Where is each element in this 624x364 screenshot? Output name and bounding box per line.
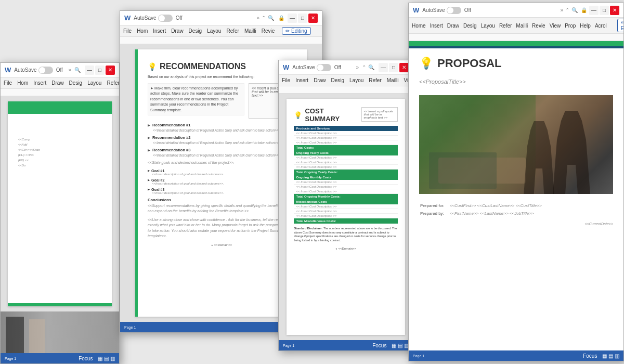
cost-misc-header: Miscellaneous Costs [294,199,397,204]
win1-add: <<Add [18,143,102,146]
ribbon-design-3[interactable]: Desig [331,77,344,83]
win1-dom: <<Do [18,164,102,167]
goal-title-3: Goal #3 [148,188,295,191]
close-btn-2[interactable]: ✕ [308,14,318,23]
focus-label-4: Focus [583,353,597,359]
page-num-2: Page 1 [124,326,136,329]
ribbon-file-3[interactable]: File [282,77,290,83]
maximize-btn-4[interactable]: □ [600,6,609,15]
ribbon-design-4[interactable]: Desig [463,23,477,29]
autosave-toggle-1[interactable] [38,67,53,74]
ribbon-draw-4[interactable]: Draw [447,23,459,29]
search-icon-3[interactable]: 🔍 [368,64,374,70]
win2-domain: ⬥ [211,243,213,246]
minimize-btn-3[interactable]: — [379,63,388,72]
cost-yearly-2: << Insert Cost Description >> [294,160,397,165]
ribbon-refer-3[interactable]: Refer [369,77,381,83]
ribbon-home-4[interactable]: Home [412,23,426,29]
ribbon-draw-1[interactable]: Draw [51,80,63,86]
autosave-label-4: AutoSave [422,7,445,13]
more-options-2[interactable]: » [256,15,259,21]
autosave-label-3: AutoSave [292,64,315,70]
ribbon-file-2[interactable]: File [123,28,132,34]
editing-badge-2: ✏ Editing [282,27,310,35]
ribbon-layout-4[interactable]: Layou [481,23,495,29]
ribbon-insert-2[interactable]: Insert [153,28,166,34]
ribbon-insert-3[interactable]: Insert [295,77,308,83]
ribbon-view-4[interactable]: View [550,23,561,29]
minimize-btn-1[interactable]: — [85,66,94,75]
minimize-btn-2[interactable]: — [288,14,297,23]
more-options-4[interactable]: » [560,7,563,13]
ribbon-design-1[interactable]: Desig [69,80,83,86]
status-bar-1: Page 1 Focus ▦ ▤ ▥ [1,353,119,363]
cost-monthly-3: << Insert Cost Description >> [294,189,397,194]
ribbon-refer-4[interactable]: Refer [499,23,512,29]
close-btn-3[interactable]: ✕ [399,63,409,72]
ribbon-help-4[interactable]: Help [580,23,591,29]
title-bar-1: W AutoSave Off » 🔍 — □ ✕ [1,63,119,77]
close-btn-1[interactable]: ✕ [106,66,115,75]
toggle-state-4: Off [464,7,471,13]
ribbon-home-1[interactable]: Hom [17,80,28,86]
expand-icon-2[interactable]: ⌃ [262,15,266,21]
cost-row-2: << Insert Cost Description >> [294,136,397,140]
rec-title-3: Recommendation #3 [148,148,295,152]
ribbon-design-2[interactable]: Desig [189,28,202,34]
yearly-cell-2: << Insert Cost Description >> [294,160,397,165]
ribbon-insert-1[interactable]: Insert [33,80,46,86]
ribbon-prop-4[interactable]: Prop [565,23,576,29]
more-options-3[interactable]: » [356,64,359,70]
ribbon-draw-3[interactable]: Draw [314,77,326,83]
proposal-top-green [409,41,623,46]
cost-title-text: COST SUMMARY [305,107,358,123]
ribbon-refer-1[interactable]: Refer [107,80,119,86]
pull-quote-3: << Insert a pull quote that will be in e… [361,107,398,122]
person-silhouette-2 [29,319,45,353]
prepared-by-row: Prepared by: <<FirstName>> <<LastName>> … [420,210,546,217]
ribbon-mail-4[interactable]: Mailli [516,23,528,29]
proposal-heading: 💡 PROPOSAL [419,57,613,70]
ribbon-acro-4[interactable]: Acrol [595,23,607,29]
more-options-1[interactable]: » [68,67,71,73]
search-icon-2[interactable]: 🔍 [268,15,274,21]
expand-icon-4[interactable]: ⌃ [565,7,569,13]
cost-table-header: Products and Services [294,126,397,131]
ribbon-layout-1[interactable]: Layou [87,80,101,86]
ribbon-file-1[interactable]: File [4,80,12,86]
doc-content-3: << Insert a pull quote that will be in e… [279,94,413,340]
ribbon-layout-3[interactable]: Layou [349,77,363,83]
autosave-toggle-2[interactable] [158,15,173,22]
search-icon-1[interactable]: 🔍 [74,67,81,73]
ribbon-4-row1: Home Insert Draw Desig Layou Refer Maill… [409,18,623,34]
expand-icon-3[interactable]: ⌃ [362,64,366,70]
close-btn-4[interactable]: ✕ [610,6,619,15]
ribbon-mail-2[interactable]: Mailli [244,28,256,34]
ribbon-insert-4[interactable]: Insert [430,23,443,29]
cost-total-misc: Total Miscellaneous Costs: [294,218,397,224]
search-icon-4[interactable]: 🔍 [571,7,578,13]
ribbon-refer-2[interactable]: Refer [226,28,239,34]
ribbon-review-4[interactable]: Revie [532,23,545,29]
autosave-toggle-4[interactable] [447,7,461,14]
ribbon-mail-3[interactable]: Mailli [387,77,399,83]
ribbon-review-2[interactable]: Revie [262,28,275,34]
ribbon-home-2[interactable]: Hom [137,28,148,34]
minimize-btn-4[interactable]: — [589,6,599,15]
win1-comp: <<Comp [18,138,102,141]
cost-total-yearly: Total Ongoing Yearly Costs: [294,170,397,175]
total-products-cell: Total Costs: [294,145,397,151]
proposal-date: <<CurrentDate>> [419,222,613,226]
ribbon-3: File Insert Draw Desig Layou Refer Maill… [279,75,413,86]
autosave-toggle-3[interactable] [317,64,331,71]
ribbon-layout-2[interactable]: Layou [207,28,221,34]
maximize-btn-1[interactable]: □ [95,66,105,75]
ribbon-draw-2[interactable]: Draw [171,28,183,34]
word-logo-2: W [124,14,131,22]
maximize-btn-2[interactable]: □ [298,14,307,23]
title-bar-2: W AutoSave Off » ⌃ 🔍 🔒 — □ ✕ [120,11,322,25]
state-goals-text: <<State goals and desired outcomes of th… [148,160,295,166]
maximize-btn-3[interactable]: □ [389,63,398,72]
cost-header-cell: Products and Services [294,126,397,131]
doc-content-1: <<Comp <<Add <<Cit>><<State (PH) <<Wo (F… [1,96,119,311]
